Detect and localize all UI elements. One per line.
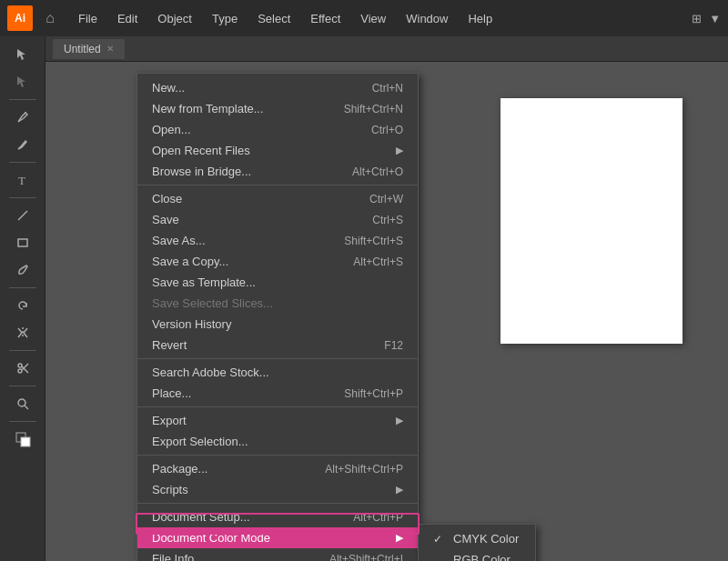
menu-document-setup[interactable]: Document Setup... Alt+Ctrl+P (137, 506, 418, 527)
workspace: T (0, 36, 728, 561)
menu-save-template-label: Save as Template... (152, 275, 256, 289)
menu-package[interactable]: Package... Alt+Shift+Ctrl+P (137, 458, 418, 479)
menu-save-selected-label: Save Selected Slices... (152, 296, 273, 310)
svg-line-10 (25, 406, 28, 409)
tool-rotate[interactable] (6, 293, 39, 318)
menu-save-template[interactable]: Save as Template... (137, 272, 418, 293)
menu-export-label: Export (152, 414, 187, 427)
tool-paintbrush[interactable] (6, 257, 39, 283)
menu-window[interactable]: Window (397, 8, 457, 29)
tool-rect[interactable] (6, 230, 39, 255)
menu-new-label: New... (152, 81, 185, 95)
menu-export[interactable]: Export ▶ (137, 410, 418, 431)
menu-object[interactable]: Object (148, 8, 201, 29)
menu-export-selection[interactable]: Export Selection... (137, 431, 418, 452)
tool-zoom[interactable] (6, 391, 39, 416)
menu-document-setup-shortcut: Alt+Ctrl+P (353, 511, 403, 524)
menu-new-from-template[interactable]: New from Template... Shift+Ctrl+N (137, 98, 418, 119)
svg-point-0 (25, 112, 26, 114)
document-tab[interactable]: Untitled ✕ (53, 39, 125, 59)
menu-select[interactable]: Select (248, 8, 299, 29)
menu-right: ⊞ ▼ (692, 12, 721, 25)
tool-line[interactable] (6, 203, 39, 228)
menu-save[interactable]: Save Ctrl+S (137, 209, 418, 230)
separator-3 (137, 406, 418, 407)
menu-export-arrow: ▶ (396, 415, 403, 426)
menu-open[interactable]: Open... Ctrl+O (137, 119, 418, 140)
submenu-rgb[interactable]: RGB Color (419, 549, 535, 561)
menu-document-color-mode-arrow: ▶ (396, 532, 403, 544)
menu-revert[interactable]: Revert F12 (137, 335, 418, 356)
tab-label: Untitled (64, 43, 101, 55)
expand-icon[interactable]: ▼ (709, 12, 721, 25)
tool-type[interactable]: T (6, 167, 39, 193)
file-dropdown-menu: New... Ctrl+N New from Template... Shift… (136, 73, 419, 561)
menu-save-label: Save (152, 213, 179, 226)
tab-close[interactable]: ✕ (106, 44, 114, 54)
menu-scripts-arrow: ▶ (396, 484, 403, 496)
menu-file[interactable]: File (69, 8, 106, 29)
menu-scripts[interactable]: Scripts ▶ (137, 479, 418, 500)
main-content: Untitled ✕ New... Ctrl+N New from Templa… (46, 36, 728, 561)
submenu-cmyk[interactable]: ✓ CMYK Color (419, 528, 535, 549)
separator-1 (137, 185, 418, 185)
separator-4 (137, 455, 418, 456)
svg-point-5 (18, 364, 22, 367)
workspace-icon[interactable]: ⊞ (692, 12, 702, 25)
menu-document-color-mode[interactable]: Document Color Mode ▶ ✓ CMYK Color RGB C… (137, 527, 418, 548)
menu-browse-bridge-label: Browse in Bridge... (152, 165, 251, 178)
menu-open-recent[interactable]: Open Recent Files ▶ (137, 140, 418, 161)
tool-reflect[interactable] (6, 320, 39, 346)
tool-select[interactable] (6, 42, 39, 67)
menu-new[interactable]: New... Ctrl+N (137, 77, 418, 98)
menu-save-copy-shortcut: Alt+Ctrl+S (353, 255, 403, 268)
menu-type[interactable]: Type (203, 8, 247, 29)
tool-direct-select[interactable] (6, 69, 39, 95)
menu-revert-label: Revert (152, 338, 187, 352)
cmyk-label: CMYK Color (453, 532, 519, 546)
menu-edit[interactable]: Edit (108, 8, 147, 29)
menu-help[interactable]: Help (459, 8, 501, 29)
menu-search-stock[interactable]: Search Adobe Stock... (137, 362, 418, 383)
tool-pen[interactable] (6, 105, 39, 130)
menu-package-shortcut: Alt+Shift+Ctrl+P (325, 463, 403, 476)
menu-file-info[interactable]: File Info... Alt+Shift+Ctrl+I (137, 548, 418, 561)
tool-divider-5 (9, 350, 36, 351)
tool-divider-7 (9, 421, 36, 422)
menu-save-as[interactable]: Save As... Shift+Ctrl+S (137, 230, 418, 251)
menu-scripts-label: Scripts (152, 483, 188, 496)
tool-pencil[interactable] (6, 132, 39, 157)
cmyk-check-icon: ✓ (433, 533, 446, 546)
menu-save-copy-label: Save a Copy... (152, 255, 228, 268)
home-icon[interactable]: ⌂ (40, 8, 60, 28)
canvas-document (500, 98, 682, 344)
menu-save-shortcut: Ctrl+S (372, 214, 403, 226)
menu-new-from-template-label: New from Template... (152, 102, 264, 115)
menu-save-as-shortcut: Shift+Ctrl+S (344, 235, 403, 247)
toolbar: T (0, 36, 46, 561)
menu-file-info-label: File Info... (152, 552, 204, 561)
menu-new-shortcut: Ctrl+N (372, 82, 403, 95)
menu-export-selection-label: Export Selection... (152, 435, 248, 448)
menu-view[interactable]: View (351, 8, 395, 29)
menu-revert-shortcut: F12 (384, 339, 403, 352)
svg-line-2 (18, 211, 27, 220)
menu-effect[interactable]: Effect (301, 8, 349, 29)
svg-text:T: T (18, 174, 25, 187)
menu-version-history[interactable]: Version History (137, 314, 418, 335)
menu-place-label: Place... (152, 386, 191, 400)
menu-document-setup-label: Document Setup... (152, 510, 250, 524)
tool-fill[interactable] (6, 426, 39, 452)
menu-save-as-label: Save As... (152, 234, 206, 247)
menu-save-copy[interactable]: Save a Copy... Alt+Ctrl+S (137, 251, 418, 272)
menu-search-stock-label: Search Adobe Stock... (152, 366, 269, 379)
menu-place-shortcut: Shift+Ctrl+P (344, 387, 403, 400)
tool-scissors[interactable] (6, 356, 39, 381)
svg-point-9 (18, 399, 25, 406)
menu-close-shortcut: Ctrl+W (369, 193, 403, 205)
menu-save-selected[interactable]: Save Selected Slices... (137, 293, 418, 314)
tool-divider-4 (9, 287, 36, 288)
menu-close[interactable]: Close Ctrl+W (137, 188, 418, 209)
menu-place[interactable]: Place... Shift+Ctrl+P (137, 383, 418, 404)
menu-browse-bridge[interactable]: Browse in Bridge... Alt+Ctrl+O (137, 161, 418, 182)
